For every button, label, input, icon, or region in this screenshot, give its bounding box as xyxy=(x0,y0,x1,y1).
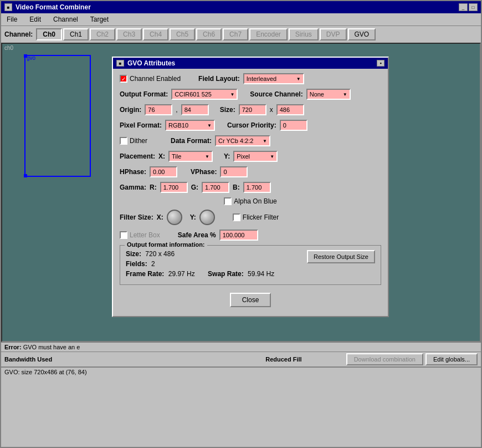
gvo-dialog: ■ GVO Attributes ▪ Channel Enabled Field… xyxy=(112,57,389,317)
letter-box-row: Letter Box Safe Area % xyxy=(120,230,381,241)
info-size-row: Size: 720 x 486 xyxy=(126,250,274,258)
flicker-filter-label: Flicker Filter xyxy=(243,213,279,221)
placement-x-label: X: xyxy=(158,152,165,160)
menu-edit[interactable]: Edit xyxy=(26,14,44,24)
bottom-status: GVO: size 720x486 at (76, 84) xyxy=(4,369,87,375)
info-fields-row: Fields: 2 xyxy=(126,260,274,268)
placement-y-arrow: ▼ xyxy=(270,154,274,159)
cursor-priority-input[interactable] xyxy=(280,120,307,131)
placement-x-dropdown[interactable]: Tile ▼ xyxy=(168,151,213,162)
close-button[interactable]: Close xyxy=(230,293,271,307)
canvas-box: gvo xyxy=(24,55,91,177)
source-channel-dropdown[interactable]: None ▼ xyxy=(306,89,351,100)
output-format-dropdown[interactable]: CCIR601 525 ▼ xyxy=(171,89,238,100)
channel-enabled-row: Channel Enabled Field Layout: Interleave… xyxy=(120,73,381,84)
safe-area-input[interactable] xyxy=(219,230,258,241)
tab-ch4[interactable]: Ch4 xyxy=(143,28,168,40)
pixel-format-value: RGB10 xyxy=(168,122,188,129)
placement-y-dropdown[interactable]: Pixel ▼ xyxy=(233,151,278,162)
pixel-format-dropdown[interactable]: RGB10 ▼ xyxy=(165,120,215,131)
dither-row: Dither Data Format: Cr YCb 4:2:2 ▼ xyxy=(120,135,381,146)
vphase-input[interactable] xyxy=(220,166,248,177)
gamma-b-input[interactable] xyxy=(243,182,271,193)
tab-ch1[interactable]: Ch1 xyxy=(63,28,89,40)
info-size-value: 720 x 486 xyxy=(145,250,175,258)
gamma-g-label: G: xyxy=(191,184,198,191)
info-fields-label: Fields: xyxy=(126,260,147,268)
info-framerate-row: Frame Rate: 29.97 Hz Swap Rate: 59.94 Hz xyxy=(126,270,274,278)
origin-y-input[interactable] xyxy=(181,104,209,115)
menu-channel[interactable]: Channel xyxy=(50,14,81,24)
title-bar: ■ Video Format Combiner _ □ xyxy=(1,1,481,13)
maximize-button[interactable]: □ xyxy=(469,3,478,11)
bandwidth-label: Bandwidth Used xyxy=(4,356,52,363)
status-bar: GVO: size 720x486 at (76, 84) xyxy=(1,366,481,376)
letter-box-checkbox[interactable] xyxy=(120,231,127,239)
dialog-close-icon[interactable]: ▪ xyxy=(377,60,384,67)
alpha-on-blue-label: Alpha On Blue xyxy=(234,197,276,205)
window-icon[interactable]: ■ xyxy=(4,3,12,11)
gamma-row: Gamma: R: G: B: xyxy=(120,182,381,193)
hphase-label: HPhase: xyxy=(120,168,146,176)
placement-x-arrow: ▼ xyxy=(205,154,209,159)
gamma-r-label: R: xyxy=(150,184,157,191)
menu-target[interactable]: Target xyxy=(87,14,112,24)
placement-x-value: Tile xyxy=(172,153,181,160)
download-combination-button[interactable]: Download combination xyxy=(346,353,423,365)
size-w-input[interactable] xyxy=(239,104,266,115)
data-format-dropdown[interactable]: Cr YCb 4:2:2 ▼ xyxy=(215,135,270,146)
filter-y-knob[interactable] xyxy=(199,210,215,225)
tab-gvo[interactable]: GVO xyxy=(348,28,376,40)
tab-encoder[interactable]: Encoder xyxy=(249,28,288,40)
tab-ch3[interactable]: Ch3 xyxy=(116,28,142,40)
tab-ch0[interactable]: Ch0 xyxy=(36,28,62,40)
title-buttons: _ □ xyxy=(459,3,478,11)
dialog-title-left: ■ GVO Attributes xyxy=(116,59,175,67)
size-h-input[interactable] xyxy=(276,104,304,115)
gamma-g-input[interactable] xyxy=(202,182,229,193)
info-framerate-label: Frame Rate: xyxy=(126,270,164,278)
corner-dot-tl xyxy=(24,54,27,58)
gamma-label: Gamma: xyxy=(120,184,146,191)
tab-dvp[interactable]: DVP xyxy=(320,28,347,40)
channel-enabled-checkbox[interactable] xyxy=(120,75,127,83)
gamma-r-input[interactable] xyxy=(160,182,188,193)
origin-x-input[interactable] xyxy=(145,104,172,115)
edit-globals-button[interactable]: Edit globals... xyxy=(425,353,478,365)
canvas-label: ch0 xyxy=(4,45,13,51)
dialog-bottom: Close xyxy=(120,289,381,312)
tab-ch7[interactable]: Ch7 xyxy=(223,28,248,40)
channel-enabled-checkbox-wrapper: Channel Enabled xyxy=(120,75,181,83)
origin-sep: , xyxy=(176,106,177,114)
tab-sirius[interactable]: Sirius xyxy=(289,28,319,40)
bandwidth-bar: Bandwidth Used Reduced Fill Download com… xyxy=(1,352,481,366)
filter-x-knob[interactable] xyxy=(167,210,182,225)
error-message: GVO must have an e xyxy=(23,344,80,350)
tab-ch2[interactable]: Ch2 xyxy=(90,28,115,40)
tab-ch5[interactable]: Ch5 xyxy=(170,28,195,40)
output-format-arrow: ▼ xyxy=(230,92,234,97)
minimize-button[interactable]: _ xyxy=(459,3,468,11)
dither-checkbox[interactable] xyxy=(120,137,127,145)
origin-label: Origin: xyxy=(120,106,141,114)
filter-y-label: Y: xyxy=(190,213,196,221)
source-channel-value: None xyxy=(310,91,324,98)
hphase-input[interactable] xyxy=(150,166,177,177)
size-sep: x xyxy=(270,106,273,114)
vphase-label: VPhase: xyxy=(191,168,217,176)
bottom-buttons: Download combination Edit globals... xyxy=(346,353,478,365)
channel-label: Channel: xyxy=(4,30,33,38)
field-layout-dropdown[interactable]: Interleaved ▼ xyxy=(243,73,304,84)
phase-row: HPhase: VPhase: xyxy=(120,166,381,177)
dialog-icon[interactable]: ■ xyxy=(116,60,124,67)
alpha-on-blue-checkbox[interactable] xyxy=(224,197,232,205)
restore-output-size-button[interactable]: Restore Output Size xyxy=(307,250,375,263)
placement-y-value: Pixel xyxy=(237,153,250,160)
menu-file[interactable]: File xyxy=(3,14,20,24)
error-label: Error: xyxy=(4,344,22,350)
output-format-row: Output Format: CCIR601 525 ▼ Source Chan… xyxy=(120,89,381,100)
corner-dot-bl xyxy=(24,174,27,177)
size-label: Size: xyxy=(220,106,235,114)
tab-ch6[interactable]: Ch6 xyxy=(196,28,222,40)
flicker-filter-checkbox[interactable] xyxy=(233,213,240,221)
